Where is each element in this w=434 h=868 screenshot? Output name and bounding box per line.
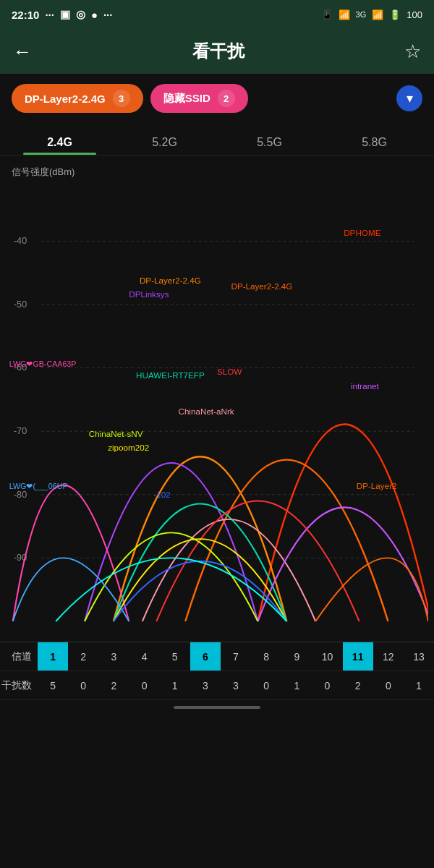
status-bar: 22:10 ··· ▣ ◎ ● ··· 📱 📶 3G 📶 🔋 100: [0, 0, 434, 29]
svg-text:-70: -70: [14, 426, 27, 436]
channel-cell-5: 5: [160, 642, 190, 671]
interference-cell-5: 1: [160, 671, 190, 699]
svg-text:-40: -40: [14, 236, 27, 246]
channel-cell-9: 9: [281, 642, 312, 671]
svg-text:-102: -102: [153, 490, 170, 499]
interference-cell-13: 1: [404, 671, 434, 699]
home-indicator: [0, 700, 434, 715]
favorite-button[interactable]: ☆: [404, 41, 421, 63]
interference-row: 干扰数 5 0 2 0 1 3 3 0 1 0 2 0 1: [0, 671, 434, 700]
interference-cell-11: 2: [343, 671, 373, 699]
interference-cell-10: 0: [312, 671, 342, 699]
time-display: 22:10: [12, 9, 39, 21]
status-right: 📱 📶 3G 📶 🔋 100: [321, 9, 422, 20]
signal-bars-icon: 📶: [372, 9, 383, 20]
chart-container: -40 -50 -60 -70 -80 -90 DPHOME DP-Lay: [6, 179, 428, 642]
channel-cell-7: 7: [221, 642, 251, 671]
interference-cell-3: 2: [98, 671, 129, 699]
interference-cell-4: 0: [129, 671, 159, 699]
svg-text:LWG❤GB-CAA63P: LWG❤GB-CAA63P: [9, 359, 77, 368]
dots-icon: ···: [45, 9, 54, 21]
interference-cell-8: 0: [251, 671, 281, 699]
channel-cell-8: 8: [251, 642, 281, 671]
svg-text:-50: -50: [14, 299, 27, 310]
svg-text:DPLinksys: DPLinksys: [129, 289, 169, 299]
filter-ssid-count: 2: [218, 90, 235, 107]
filter-row: DP-Layer2-2.4G 3 隐藏SSID 2 ▾: [0, 74, 434, 123]
interference-cell-2: 0: [68, 671, 98, 699]
channel-cell-13: 13: [404, 642, 434, 671]
svg-text:LWG❤(___06UP: LWG❤(___06UP: [9, 482, 68, 490]
interference-cell-9: 1: [281, 671, 312, 699]
phone-icon: 📱: [321, 9, 333, 20]
svg-text:DP-Layer2: DP-Layer2: [357, 481, 397, 490]
svg-text:intranet: intranet: [351, 381, 380, 391]
channel-cell-6: 6: [190, 642, 221, 671]
signal-3g-icon: 3G: [356, 10, 367, 19]
channel-table: 信道 1 2 3 4 5 6 7 8 9 10 11 12 13 干扰数 5 0…: [0, 642, 434, 700]
chat-icon: ●: [91, 9, 98, 21]
channel-cell-11: 11: [343, 642, 373, 671]
svg-text:DP-Layer2-2.4G: DP-Layer2-2.4G: [231, 281, 292, 291]
filter-pill-ssid[interactable]: 隐藏SSID 2: [150, 84, 248, 113]
interference-cell-6: 3: [190, 671, 221, 699]
channel-header-row: 信道 1 2 3 4 5 6 7 8 9 10 11 12 13: [0, 642, 434, 671]
chart-section: 信号强度(dBm) -40 -50 -60 -70 -80 -90: [0, 156, 434, 642]
home-bar: [174, 706, 260, 709]
svg-text:SLOW: SLOW: [217, 367, 242, 376]
tab-5.5g[interactable]: 5.5G: [217, 129, 322, 155]
battery-icon: 🔋: [389, 9, 401, 20]
tabs-row: 2.4G 5.2G 5.5G 5.8G: [0, 123, 434, 156]
more-icon: ···: [103, 9, 113, 21]
svg-text:ChinaNet-sNV: ChinaNet-sNV: [89, 429, 143, 438]
filter-pill-dp[interactable]: DP-Layer2-2.4G 3: [12, 84, 143, 113]
filter-dp-label: DP-Layer2-2.4G: [25, 93, 106, 105]
filter-dropdown-button[interactable]: ▾: [396, 85, 422, 111]
svg-text:zipoom202: zipoom202: [108, 443, 149, 452]
tab-5.2g[interactable]: 5.2G: [112, 129, 217, 155]
top-bar: ← 看干扰 ☆: [0, 29, 434, 74]
filter-dp-count: 3: [113, 90, 130, 107]
chevron-down-icon: ▾: [407, 90, 413, 106]
status-left: 22:10 ··· ▣ ◎ ● ···: [12, 8, 112, 21]
filter-ssid-label: 隐藏SSID: [163, 92, 210, 106]
svg-text:DPHOME: DPHOME: [344, 228, 380, 237]
tab-5.8g[interactable]: 5.8G: [322, 129, 427, 155]
channel-cell-10: 10: [312, 642, 342, 671]
channel-cell-12: 12: [373, 642, 404, 671]
channel-cell-1: 1: [38, 642, 68, 671]
interference-cell-12: 0: [373, 671, 404, 699]
channel-cell-4: 4: [129, 642, 159, 671]
channel-row-label: 信道: [0, 650, 38, 663]
back-button[interactable]: ←: [13, 41, 32, 63]
sim-icon: ▣: [60, 8, 70, 21]
signal-chart: -40 -50 -60 -70 -80 -90 DPHOME DP-Lay: [6, 179, 428, 642]
interference-row-label: 干扰数: [0, 679, 38, 692]
y-axis-label: 信号强度(dBm): [6, 163, 428, 179]
channel-cell-2: 2: [68, 642, 98, 671]
interference-cell-1: 5: [38, 671, 68, 699]
alarm-icon: ◎: [76, 8, 85, 21]
svg-text:DP-Layer2-2.4G: DP-Layer2-2.4G: [140, 276, 201, 285]
svg-text:-80: -80: [14, 490, 27, 500]
svg-text:ChinaNet-aNrk: ChinaNet-aNrk: [178, 407, 234, 416]
interference-cell-7: 3: [221, 671, 251, 699]
wifi-icon: 📶: [339, 9, 350, 20]
channel-cell-3: 3: [98, 642, 129, 671]
tab-2.4g[interactable]: 2.4G: [7, 129, 112, 155]
page-title: 看干扰: [192, 40, 244, 63]
battery-level: 100: [407, 9, 422, 20]
svg-text:HUAWEI-RT7EFP: HUAWEI-RT7EFP: [136, 370, 205, 380]
